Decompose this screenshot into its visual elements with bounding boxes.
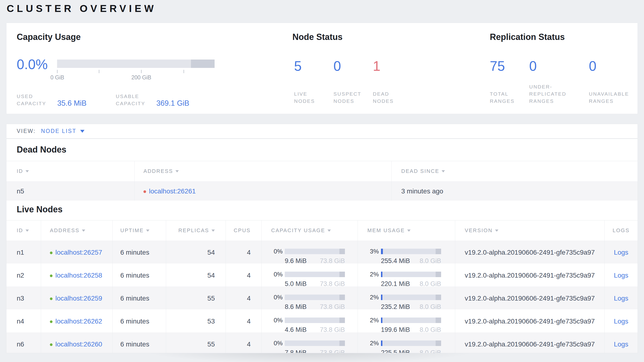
unavailable-ranges-count: 0 [589, 59, 634, 73]
live-node-row: n6localhost:262606 minutes5540%7.8 MiB73… [6, 332, 638, 353]
usable-capacity-label: USABLE CAPACITY [116, 93, 154, 107]
logs-link[interactable]: Logs [614, 295, 628, 302]
live-nodes-stat: 5 LIVE NODES [294, 59, 329, 105]
node-cpus: 4 [226, 309, 262, 332]
live-nodes-column-header-mem-usage[interactable]: MEM USAGE [358, 221, 455, 241]
mem-usage-cell: 3%255.4 MiB8.0 GiB [358, 241, 455, 264]
logs-link[interactable]: Logs [614, 249, 628, 256]
usage-percent: 2% [367, 339, 379, 347]
node-address-cell: localhost:26258 [41, 264, 113, 286]
axis-tick [184, 70, 184, 73]
node-address-link[interactable]: localhost:26258 [56, 272, 102, 279]
sort-caret-icon [495, 230, 498, 232]
page-title: CLUSTER OVERVIEW [7, 3, 156, 14]
column-header-label: ID [17, 227, 23, 234]
axis-tick [99, 70, 99, 73]
usage-bar [381, 317, 441, 323]
live-node-row: n3localhost:262596 minutes5540%8.6 MiB73… [6, 286, 638, 309]
node-live-status-icon [50, 297, 52, 300]
node-replicas: 54 [166, 241, 226, 264]
live-nodes-column-header-logs: LOGS [604, 221, 638, 241]
capacity-usage-cell: 0%4.6 MiB73.8 GiB [262, 309, 358, 332]
usage-total-value: 73.8 GiB [320, 326, 345, 332]
node-id: n1 [6, 241, 41, 264]
live-nodes-column-header-version[interactable]: VERSION [455, 221, 604, 241]
dead-nodes-count: 1 [373, 59, 408, 73]
node-replicas: 53 [166, 309, 226, 332]
mem-usage-cell: 2%235.2 MiB8.0 GiB [358, 286, 455, 309]
usage-percent: 2% [367, 317, 379, 324]
usage-used-value: 199.6 MiB [381, 326, 410, 332]
under-replicated-label: UNDER-REPLICATED RANGES [529, 83, 577, 105]
usage-percent: 3% [367, 248, 379, 255]
logs-link[interactable]: Logs [614, 340, 628, 348]
node-uptime: 6 minutes [113, 309, 166, 332]
node-replicas: 55 [166, 286, 226, 309]
usage-bar [381, 340, 441, 346]
usage-used-value: 255.4 MiB [381, 257, 410, 264]
usage-bar [381, 272, 441, 277]
usage-used-value: 8.6 MiB [285, 303, 307, 309]
usage-bar-fill [381, 340, 382, 346]
node-cpus: 4 [226, 332, 262, 353]
logs-link[interactable]: Logs [614, 317, 628, 325]
live-nodes-heading: Live Nodes [17, 205, 62, 215]
node-address-link[interactable]: localhost:26259 [56, 295, 102, 302]
usage-bar [285, 295, 345, 300]
usage-bar-reserved-segment [340, 317, 345, 323]
live-nodes-column-header-address[interactable]: ADDRESS [41, 221, 113, 241]
sort-caret-icon [407, 230, 410, 232]
sort-caret-icon [146, 230, 150, 232]
bottom-shadow [0, 353, 644, 362]
view-selector-dropdown[interactable]: NODE LIST [41, 128, 84, 134]
node-replicas: 54 [166, 264, 226, 286]
column-header-label: DEAD SINCE [401, 168, 439, 174]
capacity-usage-percent: 0.0% [17, 57, 48, 72]
column-header-label: ID [17, 168, 23, 174]
usage-total-value: 73.8 GiB [320, 257, 345, 264]
node-live-status-icon [50, 320, 52, 323]
node-version: v19.2.0-alpha.20190606-2491-gfe735c9a97 [455, 241, 604, 264]
capacity-usage-bar: 0 GiB 200 GiB [57, 60, 214, 83]
live-nodes-column-header-capacity-usage[interactable]: CAPACITY USAGE [262, 221, 358, 241]
cluster-overview-page: CLUSTER OVERVIEW Capacity Usage 0.0% 0 G… [0, 0, 644, 362]
usage-bar-reserved-segment [436, 295, 441, 300]
usage-used-value: 7.8 MiB [285, 349, 307, 353]
node-address-link[interactable]: localhost:26257 [56, 249, 102, 256]
column-header-label: REPLICAS [178, 227, 209, 234]
usage-used-value: 225.5 MiB [381, 349, 410, 353]
node-live-status-icon [50, 343, 52, 346]
live-nodes-label: LIVE NODES [294, 90, 329, 105]
capacity-usage-cell: 0%7.8 MiB73.8 GiB [262, 332, 358, 353]
node-dead-status-icon [144, 190, 146, 193]
live-nodes-column-header-replicas[interactable]: REPLICAS [166, 221, 226, 241]
dead-nodes-column-header-address[interactable]: ADDRESS [134, 161, 392, 181]
column-header-label: LOGS [612, 227, 630, 234]
dead-since: 3 minutes ago [392, 181, 638, 201]
sort-caret-icon [328, 230, 331, 232]
usage-bar [285, 340, 345, 346]
dead-nodes-table-header: IDADDRESSDEAD SINCE [6, 161, 638, 181]
capacity-usage-cell: 0%9.6 MiB73.8 GiB [262, 241, 358, 264]
usable-capacity: USABLE CAPACITY 369.1 GiB [116, 89, 189, 107]
node-address-link[interactable]: localhost:26260 [56, 340, 102, 348]
under-replicated-count: 0 [529, 59, 577, 73]
logs-cell: Logs [604, 332, 638, 353]
dead-nodes-label: DEAD NODES [373, 90, 408, 105]
capacity-usage-cell: 0%8.6 MiB73.8 GiB [262, 286, 358, 309]
live-nodes-column-header-uptime[interactable]: UPTIME [113, 221, 166, 241]
logs-link[interactable]: Logs [614, 272, 628, 279]
dead-nodes-column-header-id[interactable]: ID [6, 161, 134, 181]
live-nodes-column-header-id[interactable]: ID [6, 221, 41, 241]
usage-bar [285, 317, 345, 323]
axis-tick-label: 200 GiB [131, 74, 151, 81]
node-uptime: 6 minutes [113, 241, 166, 264]
node-id: n6 [6, 332, 41, 353]
usage-bar-fill [381, 272, 382, 277]
dead-nodes-column-header-dead-since[interactable]: DEAD SINCE [392, 161, 638, 181]
view-bar: VIEW: NODE LIST [6, 124, 638, 138]
node-version: v19.2.0-alpha.20190606-2491-gfe735c9a97 [455, 309, 604, 332]
node-address-link[interactable]: localhost:26261 [149, 188, 196, 195]
node-address-link[interactable]: localhost:26262 [56, 317, 102, 325]
capacity-usage-cell: 0%5.0 MiB73.8 GiB [262, 264, 358, 286]
